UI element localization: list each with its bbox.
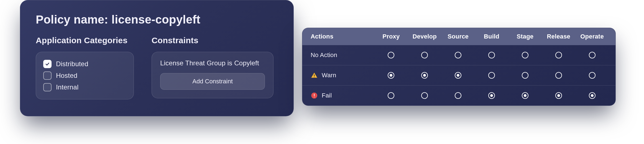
radio-cell[interactable] bbox=[441, 92, 475, 99]
stage-column-header: Develop bbox=[408, 33, 441, 40]
svg-rect-0 bbox=[314, 74, 315, 76]
radio-cell[interactable] bbox=[475, 92, 508, 99]
actions-row: Fail bbox=[302, 85, 615, 106]
checkbox-icon[interactable] bbox=[43, 83, 52, 91]
radio-cell[interactable] bbox=[575, 52, 609, 58]
radio-icon[interactable] bbox=[455, 52, 461, 58]
checkbox-icon[interactable] bbox=[43, 60, 52, 68]
radio-icon[interactable] bbox=[522, 52, 528, 58]
radio-icon[interactable] bbox=[388, 72, 394, 79]
radio-icon[interactable] bbox=[421, 72, 428, 79]
stage-column-header: Build bbox=[475, 33, 508, 40]
radio-icon[interactable] bbox=[522, 92, 528, 99]
svg-rect-3 bbox=[314, 94, 315, 96]
actions-row: Warn bbox=[302, 65, 615, 85]
radio-icon[interactable] bbox=[488, 52, 495, 58]
radio-icon[interactable] bbox=[488, 72, 495, 79]
radio-cell[interactable] bbox=[508, 92, 542, 99]
stage-column-header: Stage bbox=[508, 33, 542, 40]
category-row[interactable]: Distributed bbox=[43, 58, 126, 70]
add-constraint-button[interactable]: Add Constraint bbox=[160, 73, 265, 90]
stage-column-header: Source bbox=[441, 33, 475, 40]
radio-icon[interactable] bbox=[421, 52, 428, 58]
categories-heading: Application Categories bbox=[36, 36, 134, 45]
radio-icon[interactable] bbox=[455, 72, 461, 79]
actions-header: ActionsProxyDevelopSourceBuildStageRelea… bbox=[302, 28, 615, 45]
actions-row-label: No Action bbox=[311, 52, 374, 59]
radio-cell[interactable] bbox=[441, 52, 475, 58]
checkbox-icon[interactable] bbox=[43, 71, 52, 80]
actions-card: ActionsProxyDevelopSourceBuildStageRelea… bbox=[302, 28, 616, 106]
category-label: Internal bbox=[56, 83, 79, 91]
actions-row-label: Warn bbox=[311, 72, 374, 79]
radio-cell[interactable] bbox=[374, 92, 408, 99]
actions-row-label-text: Fail bbox=[322, 92, 332, 99]
radio-cell[interactable] bbox=[575, 92, 609, 99]
radio-cell[interactable] bbox=[374, 52, 408, 58]
radio-cell[interactable] bbox=[508, 52, 542, 58]
category-row[interactable]: Hosted bbox=[43, 70, 126, 81]
svg-rect-4 bbox=[314, 97, 315, 97]
radio-icon[interactable] bbox=[589, 92, 596, 99]
radio-cell[interactable] bbox=[475, 52, 508, 58]
radio-icon[interactable] bbox=[388, 52, 394, 58]
policy-title: Policy name: license-copyleft bbox=[36, 13, 279, 26]
radio-icon[interactable] bbox=[589, 52, 596, 58]
radio-icon[interactable] bbox=[455, 92, 461, 99]
stage-column-header: Proxy bbox=[374, 33, 408, 40]
radio-cell[interactable] bbox=[508, 72, 542, 79]
radio-cell[interactable] bbox=[542, 72, 575, 79]
radio-cell[interactable] bbox=[408, 92, 441, 99]
actions-column-header: Actions bbox=[311, 33, 374, 40]
radio-icon[interactable] bbox=[421, 92, 428, 99]
actions-row: No Action bbox=[302, 45, 615, 65]
svg-rect-1 bbox=[314, 77, 315, 77]
policy-card: Policy name: license-copyleft Applicatio… bbox=[20, 0, 294, 116]
radio-cell[interactable] bbox=[542, 92, 575, 99]
actions-row-label-text: Warn bbox=[322, 72, 336, 79]
radio-icon[interactable] bbox=[555, 92, 562, 99]
radio-cell[interactable] bbox=[408, 72, 441, 79]
radio-cell[interactable] bbox=[575, 72, 609, 79]
radio-cell[interactable] bbox=[441, 72, 475, 79]
stage-column-header: Release bbox=[542, 33, 575, 40]
actions-row-label: Fail bbox=[311, 92, 374, 99]
constraints-heading: Constraints bbox=[152, 36, 274, 45]
radio-cell[interactable] bbox=[374, 72, 408, 79]
radio-icon[interactable] bbox=[555, 52, 562, 58]
policy-body: Application Categories DistributedHosted… bbox=[36, 36, 279, 99]
category-label: Distributed bbox=[56, 60, 88, 68]
radio-cell[interactable] bbox=[408, 52, 441, 58]
category-label: Hosted bbox=[56, 72, 77, 79]
fail-icon bbox=[311, 92, 318, 99]
radio-icon[interactable] bbox=[488, 92, 495, 99]
radio-cell[interactable] bbox=[542, 52, 575, 58]
radio-icon[interactable] bbox=[522, 72, 528, 79]
warning-icon bbox=[311, 72, 318, 79]
actions-row-label-text: No Action bbox=[311, 52, 337, 59]
constraint-text: License Threat Group is Copyleft bbox=[160, 59, 265, 67]
categories-section: Application Categories DistributedHosted… bbox=[36, 36, 134, 99]
category-row[interactable]: Internal bbox=[43, 81, 126, 93]
radio-cell[interactable] bbox=[475, 72, 508, 79]
radio-icon[interactable] bbox=[555, 72, 562, 79]
radio-icon[interactable] bbox=[589, 72, 596, 79]
actions-body: No ActionWarnFail bbox=[302, 45, 615, 106]
constraints-section: Constraints License Threat Group is Copy… bbox=[152, 36, 274, 99]
categories-box: DistributedHostedInternal bbox=[36, 52, 134, 99]
stage-column-header: Operate bbox=[575, 33, 609, 40]
constraints-box: License Threat Group is Copyleft Add Con… bbox=[152, 52, 274, 98]
radio-icon[interactable] bbox=[388, 92, 394, 99]
